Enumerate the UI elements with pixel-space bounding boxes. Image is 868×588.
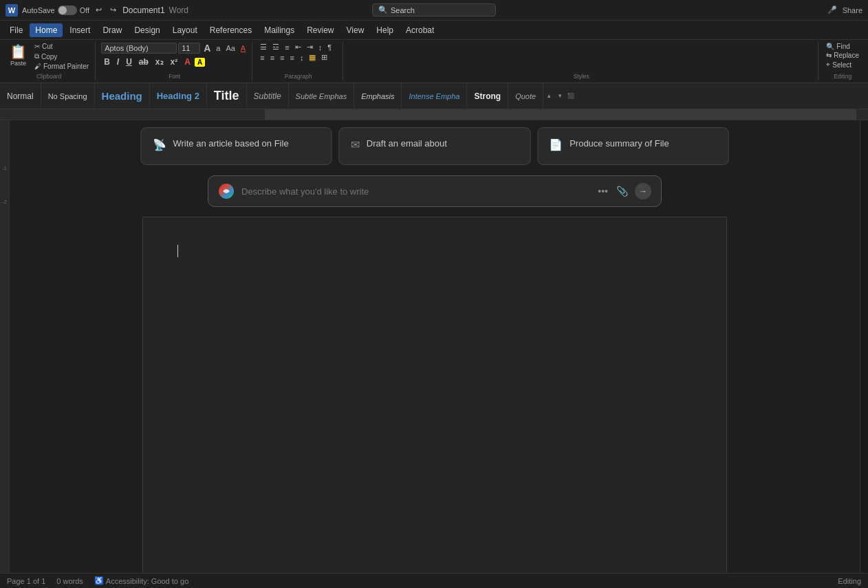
draft-email-text: Draft an email about <box>367 138 447 150</box>
decrease-indent-button[interactable]: ⇤ <box>293 42 303 52</box>
write-article-icon: 📡 <box>153 138 166 151</box>
style-no-spacing-button[interactable]: No Spacing <box>41 83 95 109</box>
style-subtle-emphasis-button[interactable]: Subtle Emphas <box>289 83 355 109</box>
superscript-button[interactable]: x² <box>168 56 181 67</box>
font-group: Aptos (Body) 11 A a Aa A B I U ab x₂ x² … <box>97 42 252 80</box>
styles-bar: Normal No Spacing Heading Heading 2 Titl… <box>0 83 868 109</box>
redo-button[interactable]: ↪ <box>108 5 118 15</box>
multilevel-button[interactable]: ≡ <box>283 43 291 52</box>
prompt-attach-button[interactable]: 📎 <box>615 184 629 198</box>
style-heading1-button[interactable]: Heading <box>95 83 150 109</box>
editing-group: 🔍 Find ⇆ Replace ⌖ Select Editing <box>820 42 865 80</box>
ai-card-draft-email[interactable]: ✉ Draft an email about <box>339 127 530 165</box>
paragraph-row1: ☰ ☲ ≡ ⇤ ⇥ ↕ ¶ <box>258 42 334 52</box>
style-quote-button[interactable]: Quote <box>508 83 543 109</box>
justify-button[interactable]: ≡ <box>287 53 296 63</box>
paragraph-group: ☰ ☲ ≡ ⇤ ⇥ ↕ ¶ ≡ ≡ ≡ ≡ ↕ ▦ ⊞ Paragraph <box>254 42 343 80</box>
menu-draw[interactable]: Draw <box>97 23 127 37</box>
copilot-logo-svg <box>218 183 235 199</box>
styles-expand-button[interactable]: ⬛ <box>565 83 576 109</box>
accessibility-status[interactable]: ♿ Accessibility: Good to go <box>94 576 188 585</box>
font-clear-button[interactable]: A <box>239 43 248 53</box>
draft-email-icon: ✉ <box>351 138 360 151</box>
prompt-options-button[interactable]: ••• <box>596 184 609 198</box>
borders-button[interactable]: ⊞ <box>319 52 329 63</box>
font-size-selector[interactable]: 11 <box>178 43 200 54</box>
increase-indent-button[interactable]: ⇥ <box>305 42 315 52</box>
menu-mailings[interactable]: Mailings <box>259 23 300 37</box>
subscript-button[interactable]: x₂ <box>153 56 166 67</box>
status-bar: Page 1 of 1 0 words ♿ Accessibility: Goo… <box>0 573 868 588</box>
menu-help[interactable]: Help <box>371 23 399 37</box>
sort-button[interactable]: ↕ <box>316 43 325 52</box>
menu-view[interactable]: View <box>341 23 370 37</box>
clipboard-sub-group: ✂ Cut ⧉ Copy 🖌 Format Painter <box>32 42 91 71</box>
style-strong-button[interactable]: Strong <box>467 83 508 109</box>
menu-design[interactable]: Design <box>129 23 165 37</box>
document-area[interactable]: 📡 Write an article based on File ✉ Draft… <box>10 120 860 574</box>
font-name-selector[interactable]: Aptos (Body) <box>101 43 177 54</box>
prompt-send-button[interactable]: → <box>635 183 651 199</box>
style-title-button[interactable]: Title <box>207 83 247 109</box>
bold-button[interactable]: B <box>101 56 113 67</box>
strikethrough-button[interactable]: ab <box>136 56 151 67</box>
line-spacing-button[interactable]: ↕ <box>298 53 306 63</box>
style-intense-emphasis-button[interactable]: Intense Empha <box>402 83 467 109</box>
ai-card-produce-summary[interactable]: 📄 Produce summary of File <box>537 127 728 165</box>
underline-button[interactable]: U <box>123 56 135 67</box>
menu-references[interactable]: References <box>204 23 257 37</box>
styles-scroll-down-button[interactable]: ▼ <box>554 83 565 109</box>
accessibility-icon: ♿ <box>94 576 104 585</box>
shading-button[interactable]: ▦ <box>307 52 318 63</box>
paste-label: Paste <box>10 60 26 67</box>
share-button[interactable]: Share <box>843 6 862 14</box>
menu-insert[interactable]: Insert <box>64 23 96 37</box>
show-formatting-button[interactable]: ¶ <box>325 43 334 52</box>
main-area: -1 -2 📡 Write an article based on File ✉… <box>0 120 868 574</box>
right-scrollbar[interactable] <box>860 120 868 574</box>
autosave-label: AutoSave <box>22 6 55 14</box>
page-info: Page 1 of 1 <box>7 577 45 585</box>
format-painter-button[interactable]: 🖌 Format Painter <box>32 62 91 71</box>
prompt-input[interactable] <box>241 186 589 197</box>
document-page[interactable] <box>142 217 727 574</box>
font-case-button[interactable]: Aa <box>224 43 237 53</box>
select-button[interactable]: ⌖ Select <box>824 60 854 69</box>
cut-button[interactable]: ✂ Cut <box>32 42 91 51</box>
style-normal-button[interactable]: Normal <box>0 83 41 109</box>
menu-review[interactable]: Review <box>301 23 339 37</box>
font-area: Aptos (Body) 11 A a Aa A B I U ab x₂ x² … <box>101 42 248 67</box>
style-emphasis-button[interactable]: Emphasis <box>354 83 402 109</box>
undo-button[interactable]: ↩ <box>94 5 104 15</box>
numbering-button[interactable]: ☲ <box>270 42 281 52</box>
align-left-button[interactable]: ≡ <box>258 53 266 63</box>
vertical-ruler: -1 -2 <box>0 120 10 574</box>
font-grow-button[interactable]: A <box>202 42 213 54</box>
italic-button[interactable]: I <box>114 56 122 67</box>
produce-summary-icon: 📄 <box>549 138 563 151</box>
mic-icon[interactable]: 🎤 <box>827 6 837 14</box>
menu-layout[interactable]: Layout <box>167 23 203 37</box>
menu-home[interactable]: Home <box>30 23 63 37</box>
align-right-button[interactable]: ≡ <box>278 53 286 63</box>
menu-file[interactable]: File <box>4 23 28 37</box>
font-shrink-button[interactable]: a <box>214 43 222 53</box>
styles-scroll-up-button[interactable]: ▲ <box>543 83 554 109</box>
paste-button[interactable]: 📋 Paste <box>7 42 30 68</box>
text-color-button[interactable]: A <box>182 56 193 67</box>
bullets-button[interactable]: ☰ <box>258 42 269 52</box>
highlight-button[interactable]: A <box>195 58 205 67</box>
find-button[interactable]: 🔍 Find <box>824 42 851 51</box>
replace-button[interactable]: ⇆ Replace <box>824 51 861 60</box>
clipboard-group-label: Clipboard <box>3 73 95 80</box>
align-center-button[interactable]: ≡ <box>268 53 276 63</box>
copy-button[interactable]: ⧉ Copy <box>32 52 91 61</box>
autosave-toggle[interactable] <box>58 6 77 15</box>
style-subtitle-button[interactable]: Subtitle <box>247 83 289 109</box>
ai-card-write-article[interactable]: 📡 Write an article based on File <box>141 127 332 165</box>
style-heading2-button[interactable]: Heading 2 <box>150 83 207 109</box>
prompt-actions: ••• 📎 → <box>596 183 651 199</box>
search-bar[interactable]: 🔍 Search <box>372 3 496 17</box>
copy-label: Copy <box>41 53 57 61</box>
menu-acrobat[interactable]: Acrobat <box>400 23 440 37</box>
